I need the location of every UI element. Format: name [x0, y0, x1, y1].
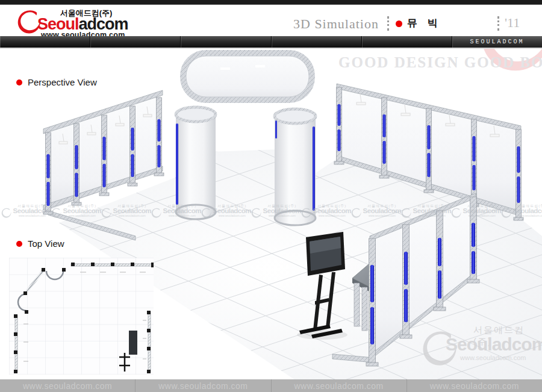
- top-view-text: Top View: [28, 238, 64, 249]
- perspective-view-label: Perspective View: [16, 77, 97, 87]
- red-bullet-icon: [16, 79, 22, 86]
- footer-url-item: www.seouladcom.com: [135, 379, 270, 392]
- footer-url-text: www.seouladcom.com: [294, 381, 383, 391]
- footer-bar: www.seouladcom.com www.seouladcom.com ww…: [0, 379, 542, 392]
- band-segment: [271, 36, 361, 48]
- footer-url-item: www.seouladcom.com: [271, 379, 406, 392]
- footer-url-item: www.seouladcom.com: [0, 379, 135, 392]
- dotted-divider-icon: [387, 16, 389, 31]
- footer-url-text: www.seouladcom.com: [430, 381, 519, 391]
- simulation-title: 3D Simulation: [293, 16, 379, 32]
- page: { "brand": { "korean": "서울애드컴(주)", "seou…: [0, 0, 542, 392]
- top-strip: [0, 0, 542, 5]
- dotted-divider-icon: [497, 16, 499, 31]
- red-bullet-icon: [16, 241, 22, 247]
- footer-url-item: www.seouladcom.com: [406, 379, 542, 392]
- project-name: 뮤 빅: [407, 16, 441, 30]
- footer-url-text: www.seouladcom.com: [158, 381, 248, 391]
- tagline-watermark: GOOD DESIGN GOOD BOOTH.: [338, 54, 542, 71]
- band-segment: [0, 36, 90, 48]
- brand-band: SEOULADCOM: [0, 36, 542, 49]
- year-label: '11: [505, 15, 520, 31]
- plan-grid: [9, 258, 154, 375]
- band-brand-label: SEOULADCOM: [470, 39, 524, 45]
- perspective-view-text: Perspective View: [28, 77, 97, 87]
- entrance-arch: [183, 53, 312, 100]
- footer-url-text: www.seouladcom.com: [23, 381, 112, 391]
- band-segment: [361, 36, 452, 48]
- band-segment-brand: SEOULADCOM: [452, 36, 542, 48]
- right-cylinder: [275, 109, 316, 225]
- floorplan: [9, 258, 154, 375]
- plan-desk: [129, 331, 137, 355]
- led-tube: [313, 126, 315, 211]
- header: 서울애드컴(주) Seouladcom www.seouladcom.com 3…: [0, 4, 542, 36]
- led-tube: [176, 123, 178, 205]
- led-tube: [275, 120, 277, 138]
- top-view-label: Top View: [16, 238, 64, 249]
- left-cylinder: [176, 107, 216, 219]
- band-segment: [180, 36, 270, 48]
- band-segment: [90, 36, 180, 48]
- project-bullet-icon: [396, 20, 402, 27]
